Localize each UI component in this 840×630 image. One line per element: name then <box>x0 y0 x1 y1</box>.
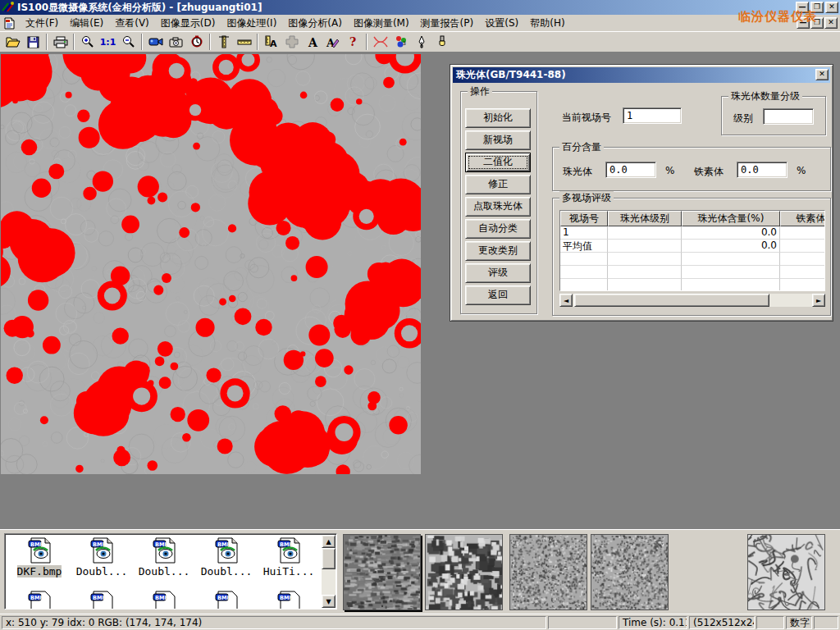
measure-text-icon[interactable]: A <box>261 33 281 51</box>
file-item[interactable]: BMP Doubl... <box>133 537 195 578</box>
minimize-button[interactable]: — <box>796 2 809 13</box>
rate-button[interactable]: 评级 <box>465 263 531 283</box>
menu-edit[interactable]: 编辑(E) <box>64 15 109 32</box>
auto-classify-button[interactable]: 自动分类 <box>465 219 531 239</box>
bmp-file-icon: BMP <box>151 591 177 609</box>
col-pearlite-content[interactable]: 珠光体含量(%) <box>682 211 780 226</box>
menu-bar: 文件(F) 编辑(E) 查看(V) 图像显示(D) 图像处理(I) 图像分析(A… <box>0 15 840 31</box>
menu-image-process[interactable]: 图像处理(I) <box>221 15 282 32</box>
print-icon[interactable] <box>50 33 71 51</box>
clock-icon[interactable] <box>186 33 207 51</box>
pen-icon[interactable] <box>411 33 431 51</box>
multifield-group: 多视场评级 视场号 珠光体级别 珠光体含量(%) 铁素体含量(%) 1 0.0 <box>552 198 831 316</box>
particles-icon[interactable]: 3 <box>390 33 411 51</box>
file-item[interactable]: BMP DKF.bmp <box>8 537 71 578</box>
col-field-number[interactable]: 视场号 <box>560 211 608 226</box>
grade-input[interactable] <box>763 108 814 125</box>
file-list-scrollbar[interactable]: ▲ ▼ <box>322 535 336 608</box>
scrollbar-thumb[interactable] <box>322 548 336 569</box>
document-icon[interactable] <box>3 17 16 30</box>
menu-image-measure[interactable]: 图像测量(M) <box>348 15 415 32</box>
scrollbar-thumb[interactable] <box>574 294 769 307</box>
col-pearlite-grade[interactable]: 珠光体级别 <box>608 211 682 226</box>
initialize-button[interactable]: 初始化 <box>465 108 531 128</box>
operations-group: 操作 初始化 新视场 二值化 修正 点取珠光体 自动分类 更改类别 评级 返回 <box>460 91 537 314</box>
table-horizontal-scrollbar[interactable]: ◄ ► <box>559 294 825 307</box>
ruler-icon[interactable] <box>234 33 254 51</box>
menu-file[interactable]: 文件(F) <box>20 15 64 32</box>
binarize-button[interactable]: 二值化 <box>465 153 531 172</box>
status-empty-panel <box>814 616 838 629</box>
cross-icon[interactable] <box>281 33 302 51</box>
mdi-restore-button[interactable]: ❐ <box>810 17 824 29</box>
multifield-group-label: 多视场评级 <box>559 191 614 205</box>
help-icon[interactable]: ? <box>343 33 363 51</box>
dialog-title: 珠光体(GB/T9441-88) <box>456 68 566 82</box>
col-ferrite-content[interactable]: 铁素体含量(%) <box>780 211 825 226</box>
brush-icon[interactable] <box>431 33 452 51</box>
toolbar-separator <box>366 34 368 50</box>
open-folder-icon[interactable] <box>2 33 23 51</box>
mdi-minimize-button[interactable]: — <box>797 17 810 29</box>
actual-size-icon[interactable]: 1:1 <box>98 33 118 51</box>
file-item[interactable]: BMP <box>258 591 320 609</box>
return-button[interactable]: 返回 <box>465 285 531 305</box>
file-item[interactable]: BMP Doubl... <box>195 537 258 578</box>
restore-button[interactable]: ❐ <box>810 2 824 13</box>
file-item[interactable]: BMP <box>71 591 133 609</box>
gallery-thumbnail-5[interactable] <box>747 534 825 610</box>
file-item[interactable]: BMP Doubl... <box>71 537 133 578</box>
menu-measure-report[interactable]: 测量报告(P) <box>415 15 480 32</box>
close-button[interactable]: ✕ <box>825 2 838 13</box>
text-icon[interactable]: A <box>302 33 322 51</box>
file-item[interactable]: BMP <box>195 591 258 609</box>
scroll-up-icon[interactable]: ▲ <box>322 535 336 548</box>
scroll-right-icon[interactable]: ► <box>812 294 825 307</box>
gallery-thumbnail-2[interactable] <box>425 534 503 610</box>
curve-tool-icon[interactable] <box>370 33 390 51</box>
svg-text:A: A <box>270 39 277 48</box>
caliper-icon[interactable] <box>213 33 234 51</box>
save-icon[interactable] <box>23 33 43 51</box>
correct-button[interactable]: 修正 <box>465 175 531 194</box>
current-field-label: 当前视场号 <box>562 111 611 125</box>
file-item[interactable]: BMP <box>8 591 71 609</box>
dialog-close-icon[interactable]: ✕ <box>815 69 829 80</box>
bmp-file-icon: BMP <box>276 537 302 564</box>
specimen-image[interactable] <box>1 54 421 474</box>
table-row[interactable]: 平均值 0.0 <box>560 240 824 253</box>
zoom-out-icon[interactable] <box>118 33 139 51</box>
current-field-input[interactable] <box>623 107 682 124</box>
change-class-button[interactable]: 更改类别 <box>465 241 531 261</box>
gallery-thumbnail-3[interactable] <box>509 534 587 610</box>
svg-text:BMP: BMP <box>30 595 43 601</box>
mdi-close-button[interactable]: ✕ <box>824 17 838 29</box>
gallery-thumbnail-1[interactable] <box>343 534 421 610</box>
menu-image-analysis[interactable]: 图像分析(A) <box>282 15 348 32</box>
cell-grade <box>608 226 682 240</box>
grade-label: 级别 <box>733 112 753 126</box>
scroll-left-icon[interactable]: ◄ <box>559 294 573 307</box>
new-field-button[interactable]: 新视场 <box>465 130 531 150</box>
file-item[interactable]: BMP HuiTi... <box>258 537 320 578</box>
camera-icon[interactable] <box>166 33 186 51</box>
zoom-in-icon[interactable] <box>77 33 98 51</box>
menu-view[interactable]: 查看(V) <box>109 15 155 32</box>
file-item[interactable]: BMP <box>133 591 195 609</box>
pick-pearlite-button[interactable]: 点取珠光体 <box>465 197 531 217</box>
svg-text:BMP: BMP <box>155 595 168 601</box>
video-camera-icon[interactable] <box>145 33 166 51</box>
menu-settings[interactable]: 设置(S) <box>479 15 524 32</box>
gallery-thumbnail-4[interactable] <box>591 534 669 610</box>
file-name: Doubl... <box>139 565 190 578</box>
pearlite-percent-input[interactable] <box>605 162 656 178</box>
text-edit-icon[interactable]: A <box>322 33 343 51</box>
scroll-down-icon[interactable]: ▼ <box>322 595 336 608</box>
ferrite-percent-input[interactable] <box>737 162 788 178</box>
dialog-title-bar[interactable]: 珠光体(GB/T9441-88) ✕ <box>453 67 830 83</box>
menu-image-display[interactable]: 图像显示(D) <box>155 15 221 32</box>
table-row[interactable]: 1 0.0 <box>560 226 824 240</box>
toolbar-separator <box>257 34 258 50</box>
menu-help[interactable]: 帮助(H) <box>524 15 570 32</box>
svg-text:3: 3 <box>403 40 406 46</box>
